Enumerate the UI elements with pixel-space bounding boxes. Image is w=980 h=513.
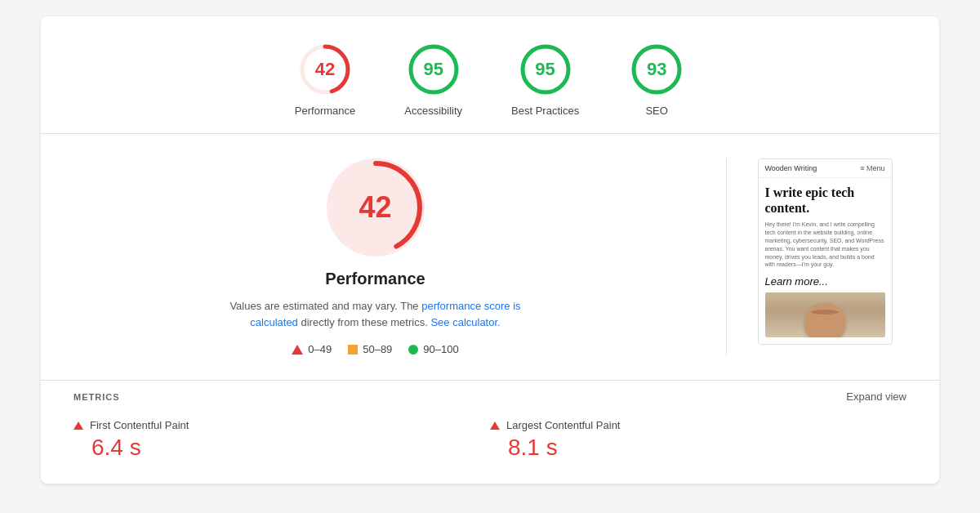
preview-learn-more: Learn more...	[765, 275, 885, 288]
score-item-seo: 93 SEO	[628, 41, 685, 117]
metric-lcp-value: 8.1 s	[490, 435, 906, 461]
big-score-circle: 42	[327, 158, 425, 256]
legend-fail-range: 0–49	[308, 343, 332, 355]
metric-lcp-header: Largest Contentful Paint	[490, 419, 906, 431]
desc-main-text: Values are estimated and may vary. The	[229, 300, 421, 312]
main-card: 42 Performance 95 Accessibility 95	[41, 16, 939, 484]
average-icon	[348, 345, 358, 355]
desc-mid-text: directly from these metrics.	[298, 316, 431, 328]
main-content: 42 Performance Values are estimated and …	[41, 134, 939, 380]
good-icon	[408, 345, 418, 355]
metric-lcp-name: Largest Contentful Paint	[506, 419, 620, 431]
metrics-header: METRICS Expand view	[74, 381, 906, 413]
score-circle-seo: 93	[628, 41, 685, 98]
website-preview: Wooden Writing ≡ Menu I write epic tech …	[758, 158, 893, 345]
metric-fcp: First Contentful Paint 6.4 s	[74, 413, 490, 467]
fail-icon	[292, 345, 303, 355]
score-label-seo: SEO	[645, 105, 667, 117]
preview-header: Wooden Writing ≡ Menu	[759, 159, 892, 178]
metric-fcp-header: First Contentful Paint	[74, 419, 490, 431]
score-value-performance: 42	[315, 59, 335, 80]
score-circle-best-practices: 95	[517, 41, 574, 98]
score-value-seo: 93	[647, 59, 666, 80]
score-label-performance: Performance	[295, 105, 355, 117]
preview-body: I write epic tech content. Hey there! I'…	[759, 178, 892, 344]
legend-good-range: 90–100	[423, 343, 458, 355]
metric-lcp-icon	[490, 422, 500, 430]
metrics-grid: First Contentful Paint 6.4 s Largest Con…	[74, 413, 906, 467]
legend-average: 50–89	[348, 343, 392, 355]
score-value-accessibility: 95	[423, 59, 443, 80]
score-circle-performance: 42	[296, 41, 354, 98]
perf-title: Performance	[325, 270, 425, 288]
calculator-link[interactable]: See calculator.	[430, 316, 500, 328]
metric-fcp-value: 6.4 s	[74, 435, 490, 461]
legend-good: 90–100	[408, 343, 458, 355]
preview-image	[765, 292, 885, 337]
right-panel: Wooden Writing ≡ Menu I write epic tech …	[743, 158, 906, 355]
left-panel: 42 Performance Values are estimated and …	[74, 158, 710, 355]
score-circle-accessibility: 95	[405, 41, 462, 98]
score-label-best-practices: Best Practices	[511, 105, 579, 117]
preview-headline: I write epic tech content.	[765, 185, 885, 216]
legend-average-range: 50–89	[363, 343, 392, 355]
score-item-performance: 42 Performance	[295, 41, 355, 117]
metric-fcp-name: First Contentful Paint	[90, 419, 189, 431]
legend-fail: 0–49	[292, 343, 332, 355]
score-item-best-practices: 95 Best Practices	[511, 41, 579, 117]
metric-fcp-icon	[74, 422, 83, 430]
vertical-divider	[726, 158, 727, 355]
score-item-accessibility: 95 Accessibility	[404, 41, 462, 117]
metric-lcp: Largest Contentful Paint 8.1 s	[490, 413, 906, 467]
score-label-accessibility: Accessibility	[404, 105, 462, 117]
preview-site-name: Wooden Writing	[765, 164, 817, 172]
score-value-best-practices: 95	[535, 59, 555, 80]
expand-view-button[interactable]: Expand view	[846, 390, 906, 403]
scores-row: 42 Performance 95 Accessibility 95	[41, 16, 939, 134]
score-legend: 0–49 50–89 90–100	[292, 343, 458, 355]
perf-description: Values are estimated and may vary. The p…	[220, 298, 531, 330]
metrics-title: METRICS	[74, 392, 120, 402]
preview-body-text: Hey there! I'm Kevin, and I write compel…	[765, 221, 885, 269]
preview-menu: ≡ Menu	[860, 164, 884, 172]
metrics-section: METRICS Expand view First Contentful Pai…	[41, 380, 939, 484]
big-score-value: 42	[359, 190, 391, 225]
